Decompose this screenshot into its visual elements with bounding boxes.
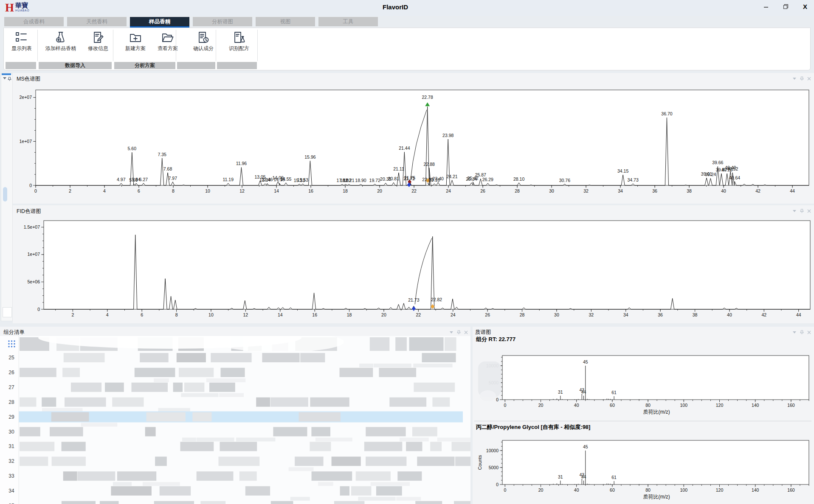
- svg-text:18: 18: [343, 188, 348, 193]
- svg-text:10: 10: [205, 188, 210, 193]
- unknown-spectrum-plot[interactable]: 0204060801001201401600500010000质荷比(m/z)3…: [476, 351, 811, 416]
- svg-text:2: 2: [69, 188, 71, 193]
- tab-synthetic-flavor[interactable]: 合成香料: [4, 17, 64, 26]
- svg-text:22.88: 22.88: [424, 162, 435, 167]
- ms-chromatogram-plot[interactable]: 0246810121416182022242628303234363840424…: [20, 87, 811, 199]
- left-dock-strip[interactable]: [1, 73, 13, 321]
- tab-sample-flavor[interactable]: 样品香精: [130, 17, 189, 26]
- panel-pin-icon[interactable]: [456, 330, 461, 335]
- panel-pin-icon[interactable]: [800, 76, 804, 81]
- svg-text:36: 36: [658, 312, 663, 317]
- svg-text:31: 31: [558, 389, 563, 395]
- svg-text:40: 40: [727, 312, 732, 317]
- doc-edit-icon: [91, 31, 105, 44]
- svg-text:18.90: 18.90: [355, 178, 366, 183]
- panel-close-icon[interactable]: [807, 209, 811, 213]
- new-scheme-button[interactable]: 新建方案: [119, 30, 152, 60]
- pin-icon[interactable]: [8, 77, 11, 81]
- tab-label: 样品香精: [149, 18, 170, 25]
- panel-menu-caret-icon[interactable]: [792, 330, 797, 335]
- dock-handle[interactable]: [3, 307, 12, 317]
- svg-text:40: 40: [721, 188, 726, 193]
- svg-text:33: 33: [8, 473, 14, 479]
- restore-button[interactable]: [782, 3, 789, 10]
- panel-menu-caret-icon[interactable]: [792, 209, 797, 213]
- svg-text:5e+06: 5e+06: [28, 279, 40, 284]
- svg-text:21.11: 21.11: [393, 166, 404, 171]
- svg-text:0: 0: [29, 183, 32, 188]
- tab-label: 合成香料: [23, 18, 45, 25]
- svg-text:19.72: 19.72: [369, 178, 380, 183]
- svg-text:22: 22: [411, 188, 417, 193]
- svg-text:2e+07: 2e+07: [20, 95, 32, 100]
- svg-text:0: 0: [37, 307, 40, 312]
- svg-text:7.35: 7.35: [158, 152, 166, 157]
- svg-text:23.40: 23.40: [433, 176, 444, 181]
- svg-text:32: 32: [583, 188, 589, 193]
- close-button[interactable]: X: [801, 3, 809, 10]
- svg-text:0: 0: [34, 188, 37, 193]
- svg-text:22: 22: [416, 312, 421, 317]
- svg-text:10000: 10000: [486, 448, 499, 453]
- component-list-panel: 组分清单 2526272829303132333435: [0, 327, 470, 504]
- ribbon-group-separator: [113, 30, 113, 61]
- svg-text:26.29: 26.29: [482, 177, 493, 182]
- dock-scroll-thumb[interactable]: [3, 187, 7, 202]
- svg-text:1e+07: 1e+07: [20, 139, 32, 144]
- minimize-button[interactable]: [762, 3, 770, 10]
- fid-panel-title: FID色谱图: [17, 208, 41, 215]
- add-sample-flavor-button[interactable]: 添加样品香精: [39, 30, 83, 60]
- component-table[interactable]: 2526272829303132333435: [0, 336, 470, 504]
- fid-chromatogram-plot[interactable]: 2468101214161820222426283032343638404244…: [20, 216, 813, 322]
- svg-text:30: 30: [8, 429, 14, 435]
- svg-text:6: 6: [141, 312, 143, 317]
- svg-text:31: 31: [558, 474, 563, 479]
- tab-natural-flavor[interactable]: 天然香料: [67, 17, 127, 26]
- mass-spectrum-panel: 质谱图 组分 RT: 22.777 0204060801001201401600…: [473, 327, 814, 504]
- svg-text:Counts: Counts: [477, 455, 482, 470]
- svg-text:120: 120: [716, 403, 724, 408]
- svg-text:6: 6: [138, 188, 140, 193]
- component-rt-label: 组分 RT: 22.777: [476, 336, 515, 343]
- panel-close-icon[interactable]: [807, 330, 811, 335]
- panel-pin-icon[interactable]: [800, 209, 804, 213]
- tab-analysis-spectrum[interactable]: 分析谱图: [193, 17, 252, 26]
- svg-text:20: 20: [538, 487, 544, 493]
- tab-view[interactable]: 视图: [256, 17, 315, 26]
- svg-text:12: 12: [239, 188, 245, 193]
- window-title: FlavorID: [361, 3, 429, 11]
- panel-close-icon[interactable]: [807, 76, 811, 81]
- svg-text:40.64: 40.64: [729, 175, 740, 180]
- svg-text:5000: 5000: [489, 465, 499, 470]
- panel-close-icon[interactable]: [464, 330, 468, 335]
- svg-text:0: 0: [496, 397, 499, 402]
- svg-text:39.66: 39.66: [712, 160, 723, 165]
- svg-text:100: 100: [680, 487, 688, 493]
- panel-menu-caret-icon[interactable]: [792, 76, 797, 81]
- svg-text:140: 140: [752, 403, 759, 408]
- censor-blur: [480, 390, 496, 401]
- ribbon-group-label: [217, 62, 257, 69]
- component-list-title: 组分清单: [3, 329, 25, 336]
- panel-menu-caret-icon[interactable]: [449, 330, 454, 335]
- svg-text:32: 32: [8, 458, 14, 464]
- panel-pin-icon[interactable]: [800, 330, 804, 335]
- button-label: 确认成分: [187, 45, 220, 52]
- show-list-button[interactable]: 显示列表: [7, 30, 36, 60]
- confirm-components-button[interactable]: 确认成分: [187, 30, 220, 60]
- ribbon-group-label: 分析方案: [114, 62, 175, 69]
- identify-formula-button[interactable]: 识别配方: [223, 30, 255, 60]
- svg-text:13.46: 13.46: [262, 177, 273, 182]
- library-spectrum-plot[interactable]: 0204060801001201401600500010000质荷比(m/z)C…: [476, 437, 811, 504]
- svg-text:20: 20: [381, 312, 386, 317]
- tab-tools[interactable]: 工具: [318, 17, 378, 26]
- modify-info-button[interactable]: 修改信息: [82, 30, 114, 60]
- view-scheme-button[interactable]: 查看方案: [152, 30, 184, 60]
- svg-text:4.97: 4.97: [117, 177, 126, 182]
- button-label: 显示列表: [7, 45, 36, 52]
- chevron-down-icon[interactable]: [3, 77, 7, 80]
- logo-h-icon: H: [5, 2, 14, 14]
- svg-text:28: 28: [520, 312, 525, 317]
- ribbon-group-label: [177, 62, 215, 69]
- button-label: 识别配方: [223, 45, 255, 52]
